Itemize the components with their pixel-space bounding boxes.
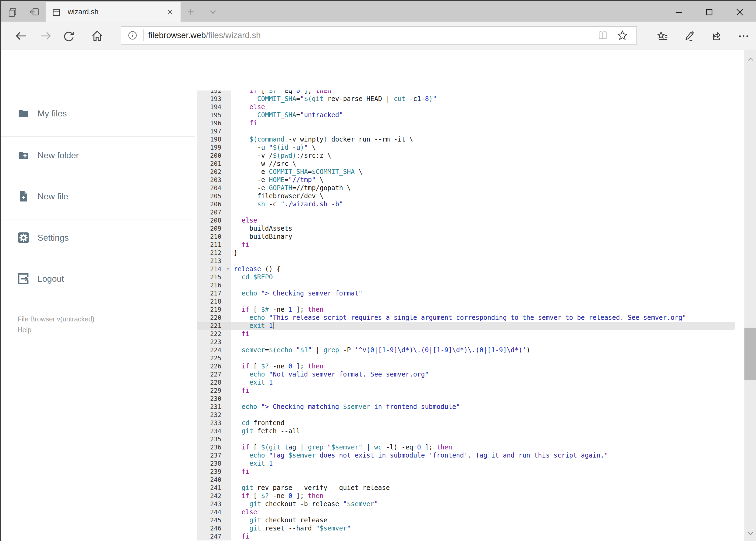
code-row[interactable]: 236if [ $(git tag | grep "$semver" | wc …: [197, 443, 744, 451]
code-line[interactable]: [231, 281, 744, 289]
site-info-icon[interactable]: [127, 30, 138, 41]
code-row[interactable]: 224semver=$(echo "$1" | grep -P '^v(0|[1…: [197, 346, 744, 354]
code-line[interactable]: git fetch --all: [231, 427, 744, 435]
code-line[interactable]: else: [231, 508, 744, 516]
code-line[interactable]: if [ $(git tag | grep "$semver" | wc -l)…: [231, 443, 744, 451]
sidebar-item-new-file[interactable]: New file: [1, 188, 197, 205]
code-line[interactable]: cd $REPO: [231, 273, 744, 281]
settings-more-icon[interactable]: [736, 29, 751, 44]
code-line[interactable]: COMMIT_SHA="$(git rev-parse HEAD | cut -…: [231, 95, 744, 103]
code-line[interactable]: echo "This release script requires a sin…: [231, 313, 744, 322]
code-line[interactable]: sh -c "./wizard.sh -b": [231, 200, 744, 208]
code-line[interactable]: if [ $? -ne 0 ]; then: [231, 492, 744, 500]
tab-preview-icon[interactable]: [5, 6, 21, 18]
code-row[interactable]: 196fi: [197, 119, 744, 127]
code-row[interactable]: 217echo "> Checking semver format": [197, 289, 744, 297]
code-row[interactable]: 215cd $REPO: [197, 273, 744, 281]
code-row[interactable]: 227echo "Not valid semver format. See se…: [197, 370, 744, 378]
code-row[interactable]: 205filebrowser/dev \: [197, 192, 744, 200]
favorites-hub-icon[interactable]: [655, 29, 670, 44]
code-row[interactable]: 194else: [197, 103, 744, 111]
code-line[interactable]: fi: [231, 330, 744, 338]
window-close-button[interactable]: [727, 2, 752, 22]
code-line[interactable]: git checkout -b release "$semver": [231, 500, 744, 508]
share-page-icon[interactable]: [710, 29, 725, 44]
code-line[interactable]: [231, 297, 744, 305]
code-row[interactable]: 199-u "$(id -u)" \: [197, 144, 744, 152]
code-line[interactable]: [231, 476, 744, 484]
url-field[interactable]: filebrowser.web/files/wizard.sh: [121, 26, 637, 45]
tab-close-icon[interactable]: [166, 9, 173, 16]
sidebar-item-settings[interactable]: Settings: [1, 229, 197, 246]
tab-preview-chevron-icon[interactable]: [206, 6, 220, 18]
code-row[interactable]: 221exit 1: [197, 322, 744, 330]
sidebar-item-my-files[interactable]: My files: [1, 105, 197, 122]
code-row[interactable]: 209buildAssets: [197, 225, 744, 233]
code-row[interactable]: 198$(command -v winpty) docker run --rm …: [197, 135, 744, 144]
code-line[interactable]: [231, 208, 744, 216]
code-line[interactable]: -u "$(id -u)" \: [231, 144, 744, 152]
code-row[interactable]: 230: [197, 395, 744, 403]
code-row[interactable]: 203-e HOME="//tmp" \: [197, 176, 744, 184]
code-line[interactable]: }: [231, 249, 744, 257]
code-line[interactable]: if [ $? -eq 0 ]; then: [231, 91, 744, 95]
fold-marker-icon[interactable]: ▾: [227, 265, 229, 273]
code-row[interactable]: 225: [197, 354, 744, 362]
code-row[interactable]: 229fi: [197, 386, 744, 395]
back-icon[interactable]: [14, 29, 28, 43]
code-line[interactable]: buildBinary: [231, 233, 744, 241]
window-maximize-button[interactable]: [697, 2, 722, 22]
code-line[interactable]: else: [231, 216, 744, 225]
code-line[interactable]: git reset --hard "$semver": [231, 524, 744, 532]
code-row[interactable]: 239fi: [197, 467, 744, 476]
code-line[interactable]: semver=$(echo "$1" | grep -P '^v(0|[1-9]…: [231, 346, 744, 354]
code-row[interactable]: 228exit 1: [197, 378, 744, 386]
code-line[interactable]: [231, 127, 744, 135]
code-row[interactable]: 210buildBinary: [197, 233, 744, 241]
code-line[interactable]: $(command -v winpty) docker run --rm -it…: [231, 135, 744, 144]
code-row[interactable]: 223: [197, 338, 744, 346]
code-line[interactable]: -w //src \: [231, 160, 744, 168]
scrollbar-thumb[interactable]: [744, 327, 756, 380]
code-row[interactable]: 218: [197, 297, 744, 305]
code-row[interactable]: 234git fetch --all: [197, 427, 744, 435]
code-line[interactable]: echo "Not valid semver format. See semve…: [231, 370, 744, 378]
code-line[interactable]: exit 1: [231, 459, 744, 467]
code-row[interactable]: 233cd frontend: [197, 419, 744, 427]
code-row[interactable]: 238exit 1: [197, 459, 744, 467]
code-line[interactable]: [231, 354, 744, 362]
code-line[interactable]: [231, 395, 744, 403]
page-scrollbar[interactable]: [744, 50, 756, 541]
code-line[interactable]: echo "Tag $semver does not exist in subm…: [231, 451, 744, 459]
code-line[interactable]: fi: [231, 532, 744, 540]
code-row[interactable]: 220echo "This release script requires a …: [197, 313, 744, 322]
scroll-up-icon[interactable]: [744, 53, 756, 66]
code-line[interactable]: fi: [231, 241, 744, 249]
code-line[interactable]: if [ $? -ne 0 ]; then: [231, 362, 744, 370]
code-row[interactable]: 200-v /$(pwd):/src:z \: [197, 152, 744, 160]
code-row[interactable]: 197: [197, 127, 744, 135]
code-row[interactable]: 244else: [197, 508, 744, 516]
web-notes-pen-icon[interactable]: [682, 29, 697, 44]
sidebar-item-logout[interactable]: Logout: [1, 270, 197, 287]
code-row[interactable]: 246git reset --hard "$semver": [197, 524, 744, 532]
code-row[interactable]: 208else: [197, 216, 744, 225]
code-row[interactable]: 202-e COMMIT_SHA=$COMMIT_SHA \: [197, 168, 744, 176]
sidebar-item-new-folder[interactable]: New folder: [1, 147, 197, 164]
code-row[interactable]: 231echo "> Checking matching $semver in …: [197, 403, 744, 411]
code-row[interactable]: 247fi: [197, 532, 744, 540]
code-row[interactable]: 219if [ $# -ne 1 ]; then: [197, 305, 744, 313]
forward-icon[interactable]: [38, 29, 53, 43]
code-line[interactable]: [231, 257, 744, 265]
code-row[interactable]: 201-w //src \: [197, 160, 744, 168]
code-row[interactable]: 240: [197, 476, 744, 484]
code-row[interactable]: 245git checkout release: [197, 516, 744, 524]
active-tab[interactable]: wizard.sh: [46, 2, 180, 22]
help-link[interactable]: Help: [18, 324, 95, 335]
code-row[interactable]: 211fi: [197, 241, 744, 249]
code-line[interactable]: [231, 435, 744, 443]
code-row[interactable]: 192if [ $? -eq 0 ]; then: [197, 91, 744, 95]
code-line[interactable]: COMMIT_SHA="untracked": [231, 111, 744, 119]
code-line[interactable]: filebrowser/dev \: [231, 192, 744, 200]
code-row[interactable]: 204-e GOPATH=//tmp/gopath \: [197, 184, 744, 192]
